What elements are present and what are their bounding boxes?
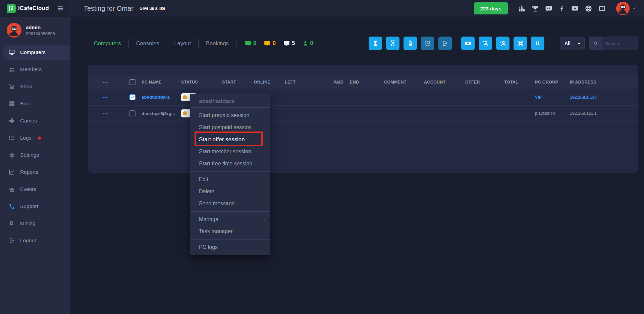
give-us-a-like-link[interactable]: Give us a like xyxy=(140,6,165,11)
sidebar-item-label: Shop xyxy=(20,84,32,90)
sidebar-item-label: Settings xyxy=(20,152,39,158)
sidebar-item-label: Members xyxy=(20,66,42,72)
windows-icon xyxy=(8,101,15,107)
facebook-icon[interactable] xyxy=(558,5,565,12)
filter-select[interactable]: All xyxy=(560,37,585,50)
user-plus-button[interactable] xyxy=(496,37,509,50)
counter-value: 0 xyxy=(310,40,313,47)
monitor-icon xyxy=(264,40,271,47)
sidebar-item-computers[interactable]: Computers xyxy=(3,45,70,60)
column-header: LEFT xyxy=(285,75,333,89)
context-menu-edit-section: Edit Delete Send message xyxy=(190,171,270,211)
alarm-clock-button[interactable] xyxy=(421,37,434,50)
context-menu-manage-section: Manage › Task manager xyxy=(190,211,270,239)
sidebar-item-settings[interactable]: Settings xyxy=(0,148,70,162)
sidebar-item-label: Events xyxy=(20,186,36,192)
gear-icon xyxy=(8,152,15,158)
phone-icon xyxy=(8,203,15,210)
pc-name-link[interactable]: abedhaddara xyxy=(142,95,170,100)
battery-button[interactable] xyxy=(404,37,417,50)
sidebar-item-games[interactable]: Games xyxy=(0,113,70,128)
column-header: PAID xyxy=(333,75,350,89)
status-counters: 0 0 5 0 xyxy=(245,40,313,47)
topbar-right: 223 days xyxy=(474,2,644,15)
tab-bookings[interactable]: Bookings xyxy=(199,39,236,48)
sidebar-user-card[interactable]: admin 096184986696 xyxy=(0,17,70,42)
menu-item-start-prepaid-session[interactable]: Start prepaid session xyxy=(190,109,270,121)
menu-item-manage[interactable]: Manage › xyxy=(190,213,270,225)
bulk-actions-icon[interactable]: ••• xyxy=(103,80,109,84)
menu-item-start-free-time-session[interactable]: Start free time session xyxy=(190,158,270,170)
screenshot-frame-button[interactable] xyxy=(514,37,527,50)
row-checkbox[interactable] xyxy=(129,110,136,116)
table-header-row: ••• PC NAME STATUS START ONLINE LEFT PAI… xyxy=(88,75,638,89)
toolbar-actions: All xyxy=(365,37,638,50)
sign-out-icon xyxy=(442,40,448,47)
row-checkbox[interactable] xyxy=(129,94,136,100)
banknote-button[interactable] xyxy=(461,37,475,50)
subscription-days-button[interactable]: 223 days xyxy=(474,2,508,14)
menu-item-delete[interactable]: Delete xyxy=(190,186,270,198)
discord-icon[interactable] xyxy=(545,4,553,12)
menu-item-pc-logs[interactable]: PC logs xyxy=(190,241,270,253)
search-box xyxy=(589,37,638,50)
ninja-avatar xyxy=(616,2,630,15)
user-name: admin xyxy=(26,24,55,30)
globe-icon[interactable] xyxy=(585,5,592,12)
sidebar-item-shop[interactable]: Shop xyxy=(0,79,70,94)
pc-name[interactable]: desktop-6j3rg... xyxy=(142,111,175,116)
pause-button[interactable] xyxy=(531,37,544,50)
menu-item-start-postpaid-session[interactable]: Start postpaid session xyxy=(190,121,270,134)
toolbar: Computers Consoles Layout Bookings 0 0 5… xyxy=(88,32,638,50)
ranking-icon[interactable] xyxy=(518,5,526,12)
menu-item-start-offer-session[interactable]: Start offer session xyxy=(190,134,270,146)
app-logo[interactable]: 2 iCafeCloud xyxy=(7,4,49,13)
pc-group-link[interactable]: VIP xyxy=(535,95,542,100)
app-logo-icon: 2 xyxy=(7,4,16,13)
user-phone: 096184986696 xyxy=(26,31,55,36)
sidebar-item-boot[interactable]: Boot xyxy=(0,96,70,111)
sidebar-item-label: Reports xyxy=(20,169,38,175)
tab-layout[interactable]: Layout xyxy=(167,39,199,48)
table-row[interactable]: ••• desktop-6j3rg... playstation 192.168… xyxy=(88,105,638,121)
menu-item-edit[interactable]: Edit xyxy=(190,173,270,186)
book-icon[interactable] xyxy=(598,5,606,12)
counter-value: 0 xyxy=(253,40,256,47)
hamburger-menu-icon[interactable] xyxy=(57,5,64,12)
social-links xyxy=(518,4,606,12)
topbar-brand-area: 2 iCafeCloud xyxy=(0,0,70,17)
sidebar-item-label: Support xyxy=(20,203,38,209)
select-all-checkbox[interactable] xyxy=(129,79,136,85)
hourglass-solid-button[interactable] xyxy=(369,37,382,50)
search-input[interactable] xyxy=(602,37,638,50)
youtube-icon[interactable] xyxy=(571,4,579,12)
menu-item-label: Manage xyxy=(199,216,218,222)
tab-consoles[interactable]: Consoles xyxy=(129,39,167,48)
menu-item-start-member-session[interactable]: Start member session xyxy=(190,146,270,158)
sidebar-item-logs[interactable]: Logs xyxy=(0,130,70,145)
tab-computers[interactable]: Computers xyxy=(88,39,129,48)
row-actions-icon[interactable]: ••• xyxy=(103,95,109,99)
trophy-icon[interactable] xyxy=(531,5,539,12)
table-row[interactable]: ••• abedhaddara VIP 192.168.1.135 xyxy=(88,89,638,105)
hourglass-outline-button[interactable] xyxy=(386,37,399,50)
counter-value: 5 xyxy=(292,40,295,47)
sidebar-item-support[interactable]: Support xyxy=(0,199,70,214)
sign-out-button[interactable] xyxy=(438,37,452,50)
sidebar-item-logout[interactable]: Logout xyxy=(0,233,70,248)
hourglass-solid-icon xyxy=(372,40,379,47)
pc-context-menu: abedhaddara Start prepaid session Start … xyxy=(190,94,270,255)
sidebar-item-reports[interactable]: Reports xyxy=(0,165,70,179)
ip-address-link[interactable]: 192.168.1.135 xyxy=(570,95,597,100)
sidebar-item-mining[interactable]: Mining xyxy=(0,216,70,231)
user-star-button[interactable] xyxy=(479,37,492,50)
main-content: Computers Consoles Layout Bookings 0 0 5… xyxy=(70,17,644,314)
menu-item-task-manager[interactable]: Task manager xyxy=(190,225,270,238)
submenu-arrow-icon: › xyxy=(264,213,266,225)
menu-item-send-message[interactable]: Send message xyxy=(190,198,270,210)
sidebar-item-members[interactable]: Members xyxy=(0,62,70,77)
row-actions-icon[interactable]: ••• xyxy=(103,112,109,116)
person-icon xyxy=(302,40,308,46)
sidebar-item-events[interactable]: Events xyxy=(0,182,70,197)
user-menu[interactable] xyxy=(616,2,637,15)
